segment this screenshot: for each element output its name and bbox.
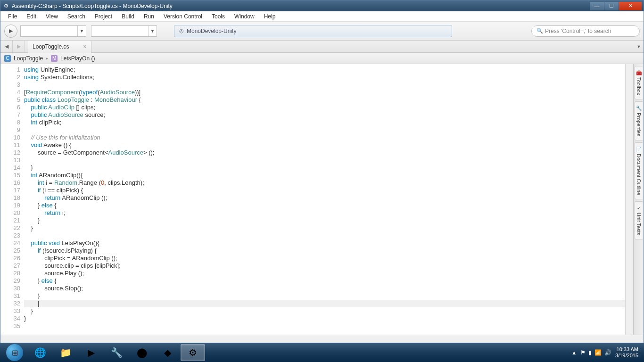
app-icon: ⚙: [2, 2, 10, 10]
tray-chevron-icon[interactable]: ▲: [571, 350, 577, 355]
code-line[interactable]: clipPick = ARandomClip ();: [24, 255, 625, 262]
code-line[interactable]: return i;: [24, 209, 625, 217]
code-line[interactable]: } else {: [24, 277, 625, 285]
menu-version-control[interactable]: Version Control: [159, 12, 207, 21]
code-line[interactable]: [24, 126, 625, 134]
code-line[interactable]: source.clip = clips [clipPick];: [24, 262, 625, 270]
code-line[interactable]: source.Play ();: [24, 270, 625, 277]
tab-close-icon[interactable]: ×: [83, 43, 86, 50]
system-tray[interactable]: ▲ ⚑ ▮ 📶 🔊 10:33 AM 3/19/2015: [571, 346, 642, 359]
side-tab-unit-tests[interactable]: ✓Unit Tests: [635, 201, 643, 239]
code-line[interactable]: // Use this for initialization: [24, 134, 625, 141]
code-line[interactable]: }: [24, 307, 625, 315]
taskbar-explorer[interactable]: 📁: [53, 344, 78, 361]
search-icon: 🔍: [537, 28, 543, 34]
network-icon[interactable]: 📶: [594, 349, 602, 356]
taskbar-ie[interactable]: 🌐: [28, 344, 52, 361]
class-icon: C: [4, 55, 11, 62]
menu-project[interactable]: Project: [90, 12, 117, 21]
device-target[interactable]: ◎ MonoDevelop-Unity: [174, 25, 452, 37]
taskbar[interactable]: ⊞ 🌐 📁 ▶ 🔧 ⬤ ◆ ⚙ ▲ ⚑ ▮ 📶 🔊 10:33 AM 3/19/…: [0, 343, 644, 362]
side-tab-icon: 🔧: [636, 106, 642, 111]
run-button[interactable]: ▶: [4, 25, 17, 38]
code-line[interactable]: |: [24, 300, 625, 307]
taskbar-monodevelop[interactable]: ⚙: [181, 344, 205, 361]
clock[interactable]: 10:33 AM 3/19/2015: [615, 346, 638, 359]
maximize-button[interactable]: ☐: [604, 2, 619, 10]
menu-edit[interactable]: Edit: [22, 12, 41, 21]
tab-overflow-button[interactable]: ▼: [634, 41, 644, 52]
side-tab-label: Unit Tests: [636, 213, 642, 235]
code-line[interactable]: public AudioClip [] clips;: [24, 104, 625, 111]
code-line[interactable]: void Awake () {: [24, 141, 625, 149]
code-line[interactable]: int i = Random.Range (0, clips.Length);: [24, 179, 625, 187]
taskbar-unity[interactable]: ◆: [155, 344, 180, 361]
breadcrumb-method[interactable]: LetsPlayOn (): [60, 55, 95, 62]
code-line[interactable]: source.Stop();: [24, 285, 625, 292]
code-line[interactable]: using System.Collections;: [24, 74, 625, 81]
config-combo[interactable]: ▼: [91, 25, 157, 37]
menu-view[interactable]: View: [41, 12, 63, 21]
tab-label: LoopToggle.cs: [33, 43, 69, 50]
menu-search[interactable]: Search: [63, 12, 90, 21]
vertical-scrollbar[interactable]: [625, 64, 633, 335]
code-line[interactable]: source = GetComponent<AudioSource> ();: [24, 149, 625, 156]
code-line[interactable]: [24, 232, 625, 239]
code-line[interactable]: int clipPick;: [24, 119, 625, 126]
breadcrumb: C LoopToggle ▸ M LetsPlayOn (): [0, 53, 644, 64]
taskbar-chrome[interactable]: ⬤: [130, 344, 154, 361]
code-line[interactable]: [24, 322, 625, 330]
code-line[interactable]: public class LoopToggle : MonoBehaviour …: [24, 96, 625, 104]
battery-icon[interactable]: ▮: [588, 349, 592, 356]
code-line[interactable]: return ARandomClip ();: [24, 194, 625, 202]
global-search[interactable]: 🔍 Press 'Control+,' to search: [531, 25, 640, 37]
code-line[interactable]: }: [24, 217, 625, 224]
code-line[interactable]: public AudioSource source;: [24, 111, 625, 119]
start-button[interactable]: ⊞: [2, 343, 27, 362]
code-line[interactable]: int ARandomClip(){: [24, 172, 625, 179]
side-tab-toolbox[interactable]: 🧰Toolbox: [635, 66, 643, 99]
taskbar-app1[interactable]: 🔧: [104, 344, 129, 361]
menu-tools[interactable]: Tools: [207, 12, 230, 21]
taskbar-media[interactable]: ▶: [79, 344, 103, 361]
flag-icon[interactable]: ⚑: [580, 349, 586, 356]
nav-back-button[interactable]: ◀: [0, 41, 13, 52]
side-tab-icon: 📄: [636, 147, 642, 152]
titlebar[interactable]: ⚙ Assembly-CSharp - Scripts\LoopToggle.c…: [0, 0, 644, 11]
device-target-label: MonoDevelop-Unity: [187, 28, 236, 34]
code-line[interactable]: [RequireComponent(typeof(AudioSource))]: [24, 89, 625, 96]
menu-file[interactable]: File: [3, 12, 22, 21]
side-tab-properties[interactable]: 🔧Properties: [635, 101, 643, 140]
target-icon: ◎: [179, 28, 184, 34]
code-editor[interactable]: 1234567891011121314151617181920212223242…: [0, 64, 633, 335]
menu-help[interactable]: Help: [259, 12, 281, 21]
breadcrumb-class[interactable]: LoopToggle: [14, 55, 43, 62]
search-placeholder: Press 'Control+,' to search: [545, 28, 611, 34]
code-line[interactable]: }: [24, 224, 625, 232]
volume-icon[interactable]: 🔊: [604, 349, 611, 356]
chevron-down-icon: ▼: [148, 26, 157, 36]
code-line[interactable]: if (!source.isPlaying) {: [24, 247, 625, 255]
windows-logo-icon: ⊞: [6, 344, 23, 361]
menu-window[interactable]: Window: [230, 12, 259, 21]
code-line[interactable]: }: [24, 292, 625, 300]
code-line[interactable]: public void LetsPlayOn(){: [24, 239, 625, 247]
editor-tab[interactable]: LoopToggle.cs ×: [28, 41, 91, 53]
code-line[interactable]: if (i == clipPick) {: [24, 187, 625, 194]
side-tab-label: Toolbox: [636, 77, 642, 95]
code-line[interactable]: }: [24, 315, 625, 322]
close-button[interactable]: ✕: [619, 2, 642, 10]
minimize-button[interactable]: —: [590, 2, 604, 10]
side-tab-document-outline[interactable]: 📄Document Outline: [635, 142, 643, 199]
nav-forward-button[interactable]: ▶: [13, 41, 25, 52]
menu-build[interactable]: Build: [117, 12, 139, 21]
horizontal-scrollbar[interactable]: [0, 335, 644, 343]
menu-run[interactable]: Run: [139, 12, 159, 21]
code-line[interactable]: [24, 156, 625, 164]
code-line[interactable]: [24, 81, 625, 89]
code-line[interactable]: }: [24, 164, 625, 172]
code-area[interactable]: using UnityEngine;using System.Collectio…: [24, 64, 625, 335]
code-line[interactable]: using UnityEngine;: [24, 66, 625, 74]
code-line[interactable]: } else {: [24, 202, 625, 209]
target-combo[interactable]: ▼: [20, 25, 86, 37]
